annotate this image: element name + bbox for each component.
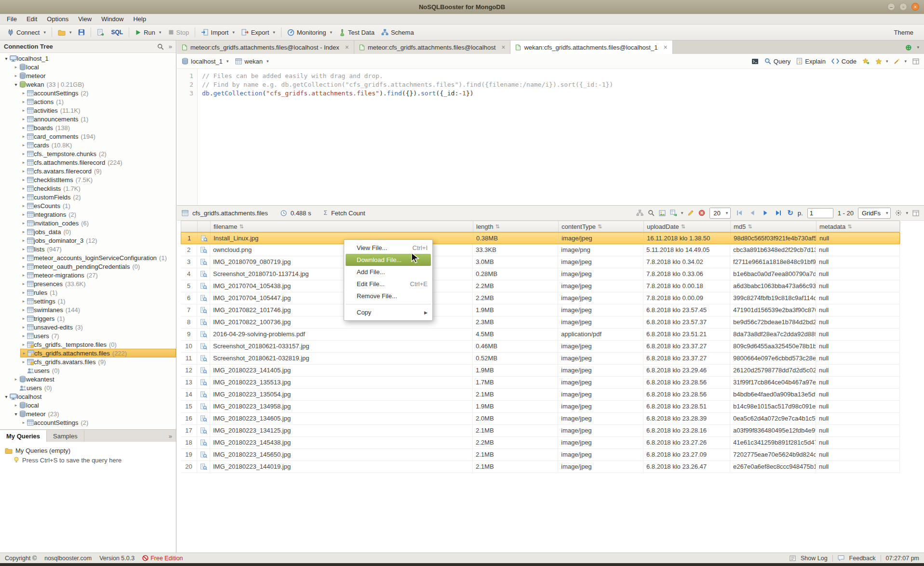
cell-metadata[interactable]: null bbox=[816, 449, 900, 461]
cell-uploadDate[interactable]: 6.8.2018 klo 23.57.37 bbox=[643, 316, 730, 328]
code-button[interactable]: Code bbox=[831, 58, 857, 65]
cell-metadata[interactable]: null bbox=[816, 329, 900, 340]
tree-item[interactable]: ▸cfs_gridfs.avatars.files(9) bbox=[20, 357, 176, 366]
cell-contentType[interactable]: application/pdf bbox=[558, 329, 643, 340]
row-preview-cell[interactable] bbox=[198, 233, 211, 244]
tree-item[interactable]: ▸cfs.attachments.filerecord(224) bbox=[20, 158, 176, 167]
tree-item[interactable]: ▸meteor bbox=[13, 71, 176, 80]
close-button[interactable]: × bbox=[911, 3, 919, 11]
cell-contentType[interactable]: image/jpeg bbox=[558, 461, 643, 473]
sort-icon[interactable]: ⇅ bbox=[239, 224, 243, 230]
table-row[interactable]: 8IMG_20170822_100736.jpg2.3MBimage/jpeg6… bbox=[181, 316, 900, 329]
cell-contentType[interactable]: image/jpeg bbox=[558, 316, 643, 328]
cell-metadata[interactable]: null bbox=[816, 316, 900, 328]
cell-md5[interactable]: f2711e9661a1818e848c91bf99b bbox=[730, 256, 816, 268]
cell-length[interactable]: 0.28MB bbox=[473, 268, 558, 280]
expand-arrow-icon[interactable]: ▸ bbox=[20, 307, 27, 312]
search-icon[interactable] bbox=[157, 43, 164, 50]
table-row[interactable]: 5IMG_20170704_105438.jpg2.2MBimage/jpeg7… bbox=[181, 280, 900, 292]
cell-metadata[interactable]: null bbox=[817, 233, 900, 244]
cell-filename[interactable]: IMG_20180223_145650.jpg bbox=[210, 449, 473, 461]
cell-contentType[interactable]: image/jpeg bbox=[558, 256, 643, 268]
tree-item[interactable]: ▸lists(947) bbox=[20, 245, 176, 253]
tree-item[interactable]: ▸checklists(1.7K) bbox=[20, 184, 176, 193]
close-icon[interactable]: × bbox=[663, 44, 667, 51]
preview-icon[interactable] bbox=[200, 415, 207, 422]
row-preview-cell[interactable] bbox=[197, 341, 210, 352]
sidebar-tab-my-queries[interactable]: My Queries bbox=[0, 430, 47, 442]
cell-contentType[interactable]: image/jpeg bbox=[559, 233, 644, 244]
expand-arrow-icon[interactable]: ▸ bbox=[20, 91, 27, 95]
column-header-contentType[interactable]: contentType⇅ bbox=[559, 221, 644, 232]
cell-length[interactable]: 1.9MB bbox=[473, 365, 558, 376]
tab-list-icon[interactable]: ▾ bbox=[917, 45, 919, 50]
page-prev-icon[interactable] bbox=[748, 209, 757, 217]
row-preview-cell[interactable] bbox=[197, 268, 210, 280]
preview-icon[interactable] bbox=[200, 319, 207, 326]
cell-contentType[interactable]: image/jpeg bbox=[558, 341, 643, 352]
expand-arrow-icon[interactable]: ▾ bbox=[13, 82, 19, 87]
table-row[interactable]: 13IMG_20180223_135513.jpg1.7MBimage/jpeg… bbox=[181, 377, 900, 389]
cell-metadata[interactable]: null bbox=[816, 268, 900, 280]
cell-contentType[interactable]: image/jpeg bbox=[558, 425, 643, 436]
row-preview-cell[interactable] bbox=[197, 292, 210, 304]
new-tab-icon[interactable]: ⊕ bbox=[905, 43, 911, 52]
row-preview-cell[interactable] bbox=[197, 461, 210, 473]
expand-arrow-icon[interactable]: ▸ bbox=[20, 281, 27, 286]
save-button[interactable] bbox=[75, 26, 88, 39]
tree-item[interactable]: ▸customFields(2) bbox=[20, 193, 176, 201]
menu-item-window[interactable]: Window bbox=[96, 14, 128, 24]
preview-icon[interactable] bbox=[200, 355, 207, 362]
cell-uploadDate[interactable]: 6.8.2018 klo 23.37.27 bbox=[643, 353, 730, 364]
editor-code[interactable]: db.getCollection("cfs_gridfs.attachments… bbox=[197, 89, 474, 98]
preview-icon[interactable] bbox=[200, 463, 207, 470]
expand-arrow-icon[interactable]: ▸ bbox=[13, 403, 19, 408]
cell-metadata[interactable]: null bbox=[816, 413, 900, 424]
query-button[interactable]: Query bbox=[764, 58, 790, 65]
cell-metadata[interactable]: null bbox=[816, 304, 900, 316]
edit-icon[interactable] bbox=[687, 210, 694, 216]
row-preview-cell[interactable] bbox=[197, 256, 210, 268]
expand-arrow-icon[interactable]: ▸ bbox=[20, 160, 27, 165]
cancel-icon[interactable] bbox=[698, 210, 705, 216]
cell-length[interactable]: 0.46MB bbox=[473, 341, 558, 352]
cell-uploadDate[interactable]: 6.8.2018 klo 23.51.21 bbox=[643, 329, 730, 340]
table-row[interactable]: 7IMG_20170822_101746.jpg1.9MBimage/jpeg6… bbox=[181, 304, 900, 316]
tree-item[interactable]: ▸jobs_dominator_3(12) bbox=[20, 236, 176, 245]
table-row[interactable]: 12IMG_20180223_141405.jpg1.9MBimage/jpeg… bbox=[181, 365, 900, 377]
layout-icon[interactable] bbox=[912, 58, 919, 65]
editor-code[interactable]: // Files can be added easily with drag a… bbox=[197, 72, 383, 80]
row-preview-cell[interactable] bbox=[197, 304, 210, 316]
cell-uploadDate[interactable]: 7.8.2018 klo 0.00.18 bbox=[643, 280, 730, 292]
cell-contentType[interactable]: image/jpeg bbox=[558, 280, 643, 292]
table-row[interactable]: 11Screenshot_20180621-032819.jpg0.52MBim… bbox=[181, 353, 900, 365]
cell-md5[interactable]: 8da73a8df28ea7c2dda92d88f0c bbox=[730, 329, 816, 340]
cell-filename[interactable]: IMG_20180223_134958.jpg bbox=[210, 401, 473, 412]
cell-metadata[interactable]: null bbox=[816, 256, 900, 268]
tree-item[interactable]: ▸cfs._tempstore.chunks(2) bbox=[20, 149, 176, 158]
export-button[interactable]: Export▾ bbox=[238, 26, 279, 39]
cell-filename[interactable]: IMG_20180223_135054.jpg bbox=[210, 389, 473, 400]
expand-arrow-icon[interactable]: ▸ bbox=[20, 229, 27, 234]
cell-uploadDate[interactable]: 7.8.2018 klo 0.00.09 bbox=[643, 292, 730, 304]
cell-contentType[interactable]: image/jpeg bbox=[558, 353, 643, 364]
page-first-icon[interactable] bbox=[735, 209, 744, 217]
view-mode-select[interactable]: GridFs▾ bbox=[858, 208, 891, 219]
cell-length[interactable]: 2.1MB bbox=[473, 461, 558, 473]
sort-icon[interactable]: ⇅ bbox=[495, 224, 499, 230]
tree-item[interactable]: ▸users(7) bbox=[20, 331, 176, 340]
expand-arrow-icon[interactable]: ▸ bbox=[20, 169, 27, 173]
tree-item[interactable]: users(0) bbox=[13, 383, 176, 392]
cell-uploadDate[interactable]: 6.8.2018 klo 23.28.16 bbox=[643, 425, 730, 436]
tree-item[interactable]: users(0) bbox=[20, 366, 176, 375]
sort-icon[interactable]: ⇅ bbox=[681, 224, 685, 230]
tree-item[interactable]: ▸local bbox=[13, 401, 176, 409]
cell-length[interactable]: 2.1MB bbox=[473, 389, 558, 400]
menu-item-edit[interactable]: Edit bbox=[22, 14, 42, 24]
tree-item[interactable]: ▸accountSettings(2) bbox=[20, 89, 176, 97]
expand-arrow-icon[interactable]: ▸ bbox=[20, 420, 27, 425]
tree-item[interactable]: ▸presences(33.6K) bbox=[20, 279, 176, 288]
cell-filename[interactable]: IMG_20170704_105447.jpg bbox=[210, 292, 473, 304]
refresh-icon[interactable]: ↻ bbox=[787, 209, 793, 217]
cell-metadata[interactable]: null bbox=[816, 437, 900, 448]
